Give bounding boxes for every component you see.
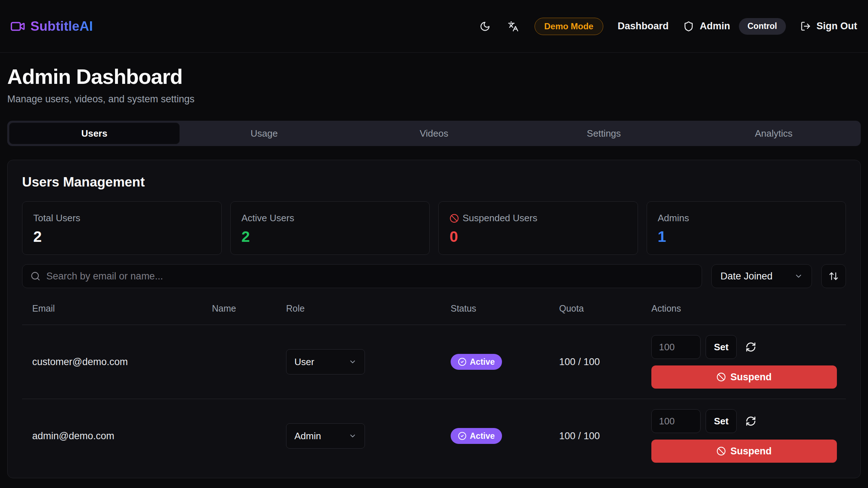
user-quota: 100 / 100 bbox=[559, 431, 651, 442]
app-header: SubtitleAI Demo Mode Dashboard bbox=[0, 0, 868, 53]
stats-row: Total Users 2 Active Users 2 Suspended U… bbox=[22, 201, 846, 255]
table-row: admin@demo.com Admin Acti bbox=[22, 399, 846, 473]
status-badge: Active bbox=[451, 354, 502, 370]
status-label: Active bbox=[470, 357, 495, 367]
status-badge: Active bbox=[451, 428, 502, 444]
tab-bar: Users Usage Videos Settings Analytics bbox=[7, 121, 861, 146]
role-value: User bbox=[294, 356, 314, 368]
actions-cell: Set Suspend bbox=[651, 409, 846, 463]
header-nav: Demo Mode Dashboard Admin Control Sign O… bbox=[478, 18, 857, 35]
chevron-down-icon bbox=[794, 272, 803, 281]
sort-field-value: Date Joined bbox=[720, 271, 773, 282]
chevron-down-icon bbox=[349, 432, 357, 440]
user-email: admin@demo.com bbox=[22, 431, 212, 442]
column-header-email: Email bbox=[22, 303, 212, 314]
user-email: customer@demo.com bbox=[22, 356, 212, 368]
suspend-button[interactable]: Suspend bbox=[651, 440, 837, 463]
stat-card-active-users: Active Users 2 bbox=[230, 201, 430, 255]
panel-title: Users Management bbox=[22, 175, 846, 190]
stat-card-total-users: Total Users 2 bbox=[22, 201, 222, 255]
tab-settings[interactable]: Settings bbox=[519, 123, 689, 144]
stat-label: Admins bbox=[658, 213, 835, 224]
circle-check-icon bbox=[458, 432, 467, 440]
stat-label: Total Users bbox=[33, 213, 210, 224]
users-table: Email Name Role Status Quota Actions cus… bbox=[22, 303, 846, 473]
search-icon bbox=[30, 271, 41, 281]
tab-users[interactable]: Users bbox=[9, 123, 179, 144]
quota-input[interactable] bbox=[651, 409, 701, 433]
search-input[interactable] bbox=[46, 271, 694, 282]
suspend-button[interactable]: Suspend bbox=[651, 365, 837, 389]
theme-toggle-button[interactable] bbox=[478, 20, 492, 33]
refresh-quota-button[interactable] bbox=[743, 414, 758, 429]
suspend-label: Suspend bbox=[730, 372, 771, 383]
quota-input[interactable] bbox=[651, 335, 701, 359]
sign-out-button[interactable]: Sign Out bbox=[800, 21, 857, 32]
tab-usage[interactable]: Usage bbox=[179, 123, 349, 144]
page-subtitle: Manage users, videos, and system setting… bbox=[7, 94, 861, 105]
refresh-icon bbox=[745, 416, 756, 427]
page-title: Admin Dashboard bbox=[7, 64, 861, 89]
stat-value: 1 bbox=[658, 228, 835, 245]
language-button[interactable] bbox=[506, 20, 520, 33]
stat-value: 2 bbox=[33, 228, 210, 245]
demo-mode-badge: Demo Mode bbox=[535, 18, 603, 35]
tab-videos[interactable]: Videos bbox=[349, 123, 519, 144]
table-header-row: Email Name Role Status Quota Actions bbox=[22, 303, 846, 325]
control-badge: Control bbox=[739, 18, 786, 35]
chevron-down-icon bbox=[349, 358, 357, 366]
admin-role-indicator: Admin Control bbox=[683, 18, 786, 35]
brand-name: SubtitleAI bbox=[30, 19, 93, 34]
tab-analytics[interactable]: Analytics bbox=[689, 123, 859, 144]
logout-icon bbox=[800, 21, 811, 31]
admin-label: Admin bbox=[700, 21, 730, 32]
table-row: customer@demo.com User Ac bbox=[22, 325, 846, 399]
column-header-name: Name bbox=[212, 303, 286, 314]
ban-icon bbox=[716, 446, 726, 456]
shield-icon bbox=[683, 21, 694, 32]
refresh-quota-button[interactable] bbox=[743, 339, 758, 355]
languages-icon bbox=[508, 21, 519, 32]
nav-dashboard-link[interactable]: Dashboard bbox=[618, 21, 669, 32]
sort-field-dropdown[interactable]: Date Joined bbox=[711, 264, 812, 288]
sort-direction-button[interactable] bbox=[821, 264, 846, 288]
stat-label: Suspended Users bbox=[463, 213, 537, 224]
set-quota-button[interactable]: Set bbox=[706, 335, 737, 359]
actions-cell: Set Suspend bbox=[651, 335, 846, 389]
stat-value: 2 bbox=[242, 228, 419, 245]
users-management-panel: Users Management Total Users 2 Active Us… bbox=[7, 160, 861, 478]
stat-label: Active Users bbox=[242, 213, 419, 224]
video-camera-icon bbox=[10, 19, 25, 34]
circle-check-icon bbox=[458, 358, 467, 366]
column-header-actions: Actions bbox=[651, 303, 846, 314]
moon-icon bbox=[480, 21, 490, 32]
brand[interactable]: SubtitleAI bbox=[10, 19, 93, 34]
role-select[interactable]: User bbox=[286, 349, 365, 374]
filter-row: Date Joined bbox=[22, 264, 846, 288]
suspend-label: Suspend bbox=[730, 446, 771, 457]
user-quota: 100 / 100 bbox=[559, 356, 651, 368]
stat-card-suspended-users: Suspended Users 0 bbox=[438, 201, 638, 255]
stat-value: 0 bbox=[450, 228, 627, 245]
set-quota-button[interactable]: Set bbox=[706, 409, 737, 433]
ban-icon bbox=[450, 214, 459, 223]
sign-out-label: Sign Out bbox=[817, 21, 857, 32]
column-header-quota: Quota bbox=[559, 303, 651, 314]
column-header-status: Status bbox=[451, 303, 559, 314]
ban-icon bbox=[716, 372, 726, 382]
role-select[interactable]: Admin bbox=[286, 423, 365, 449]
refresh-icon bbox=[745, 342, 756, 352]
search-box bbox=[22, 264, 702, 288]
status-label: Active bbox=[470, 431, 495, 441]
stat-card-admins: Admins 1 bbox=[647, 201, 846, 255]
main-content: Admin Dashboard Manage users, videos, an… bbox=[0, 64, 868, 478]
role-value: Admin bbox=[294, 431, 321, 442]
arrow-up-down-icon bbox=[829, 271, 839, 281]
column-header-role: Role bbox=[286, 303, 451, 314]
